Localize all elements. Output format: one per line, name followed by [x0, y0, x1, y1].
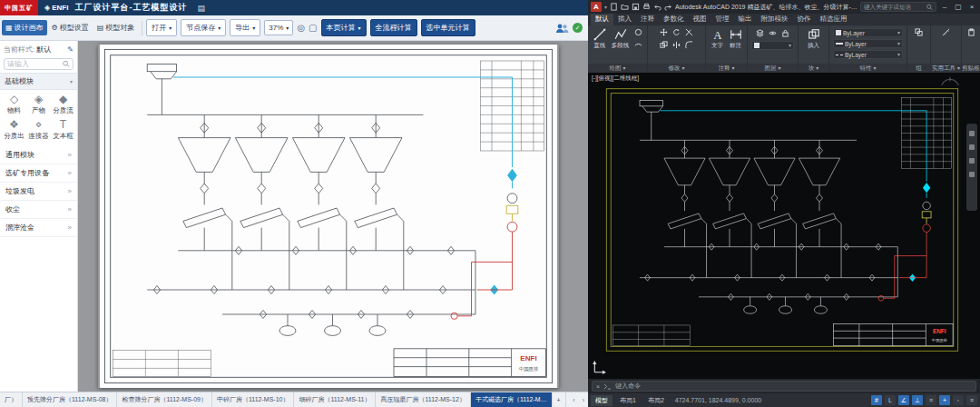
dimension-tool[interactable]: 标注 — [728, 27, 744, 51]
design-canvas[interactable] — [78, 41, 588, 392]
osnap-icon[interactable]: ⊥ — [912, 395, 923, 405]
panel-label-utilities[interactable]: 实用工具▾ — [931, 64, 961, 73]
edit-style-icon[interactable]: ✎ — [67, 45, 74, 54]
steering-wheel-icon[interactable] — [969, 172, 975, 177]
panel-label-block[interactable]: 块▾ — [799, 64, 828, 73]
rotate-tool[interactable] — [671, 27, 681, 37]
new-file-icon[interactable] — [610, 3, 618, 11]
layout-tab[interactable]: 布局2 — [643, 395, 669, 406]
panel-label-properties[interactable]: 特性▾ — [829, 64, 906, 73]
command-input[interactable]: × 键入命令 — [592, 381, 976, 392]
layer-select[interactable]: ▾ — [751, 41, 794, 50]
add-sheet-button[interactable]: + — [553, 392, 566, 407]
autocad-logo[interactable]: A — [591, 2, 602, 12]
help-search-input[interactable] — [864, 4, 925, 10]
status-ok-icon[interactable]: ✓ — [573, 23, 583, 33]
layout-tab[interactable]: 布局1 — [615, 395, 641, 406]
canvas-mode-tab[interactable]: ▦ 设计画布 — [2, 20, 47, 35]
module-group[interactable]: 溜滓沧金 » — [0, 219, 77, 237]
tab-scroll-right-icon[interactable]: › — [579, 392, 588, 407]
panel-label-layers[interactable]: 图层▾ — [748, 64, 798, 73]
module-group[interactable]: 收尘 » — [0, 201, 77, 219]
measure-tool[interactable] — [941, 27, 952, 37]
node-save-button[interactable]: 节点保存▾ — [181, 19, 226, 36]
sheet-tab[interactable]: 检查筛分厂房（1112-MS-09） — [117, 392, 211, 407]
collaborators-icon[interactable] — [554, 23, 569, 34]
line-tool[interactable]: 直线 — [592, 27, 608, 51]
ribbon-tab[interactable]: 插入 — [613, 14, 636, 25]
insert-block-tool[interactable]: 插入 — [806, 27, 822, 51]
ribbon-tab[interactable]: 输出 — [734, 14, 757, 25]
open-button[interactable]: 打开▾ — [146, 19, 177, 36]
module-group[interactable]: 垃圾发电 » — [0, 183, 77, 201]
zoom-control[interactable]: 37%▾ — [264, 20, 293, 35]
ribbon-tab[interactable]: 管理 — [711, 14, 734, 25]
sheet-tab-partial[interactable]: 厂） — [0, 392, 23, 407]
module-group[interactable]: 选矿专用设备 » — [0, 164, 77, 183]
linetype-select[interactable]: ByLayer▾ — [833, 50, 903, 59]
layer-lock-icon[interactable] — [780, 28, 791, 38]
group-tool[interactable] — [914, 27, 925, 37]
tab-scroll-left-icon[interactable]: ‹ — [569, 392, 578, 407]
fit-screen-icon[interactable]: ▢ — [309, 24, 317, 33]
redo-icon[interactable] — [664, 3, 672, 11]
section-basic-modules[interactable]: 基础模块 ▾ — [0, 73, 77, 90]
restore-button[interactable]: ▢ — [953, 3, 964, 11]
circle-tool[interactable] — [632, 27, 643, 37]
palette-search[interactable] — [4, 58, 74, 70]
object-color-select[interactable]: ByLayer▾ — [833, 28, 903, 37]
ortho-icon[interactable]: L — [885, 395, 896, 405]
palette-item[interactable]: ❖ 分质出 — [2, 119, 26, 141]
module-group[interactable]: 通用模块 » — [0, 146, 77, 164]
open-file-icon[interactable] — [621, 3, 629, 11]
isolate-objects-icon[interactable]: ◦ — [953, 395, 964, 405]
palette-search-input[interactable] — [7, 60, 63, 68]
fillet-tool[interactable] — [683, 40, 694, 50]
ribbon-tab[interactable]: 附加模块 — [757, 14, 793, 25]
sheet-tab[interactable]: 高压辊磨厂房（1112-MS-12） — [376, 392, 470, 407]
copy-tool[interactable] — [658, 40, 669, 50]
panel-label-draw[interactable]: 绘图▾ — [588, 64, 647, 73]
undo-icon[interactable] — [653, 3, 662, 11]
mirror-tool[interactable] — [671, 40, 681, 50]
calc-unit-button[interactable]: 选中单元计算 — [421, 19, 475, 36]
palette-item[interactable]: ◇ 物料 — [2, 94, 26, 115]
palette-item[interactable]: T 文本框 — [51, 119, 75, 141]
ribbon-tab[interactable]: 默认 — [591, 14, 613, 25]
help-search[interactable] — [860, 2, 936, 12]
qat-dropdown-icon[interactable]: ▾ — [604, 5, 607, 10]
layer-properties-icon[interactable] — [755, 28, 766, 38]
zoom-reset-icon[interactable]: ◎ — [297, 24, 305, 33]
arc-tool[interactable] — [632, 38, 643, 48]
autocad-canvas[interactable]: [-][俯视][二维线框] — [588, 73, 980, 379]
palette-item[interactable]: ⋄ 连接器 — [26, 119, 51, 141]
ribbon-tab[interactable]: 协作 — [793, 14, 816, 25]
minimize-button[interactable]: – — [939, 3, 950, 11]
pan-icon[interactable] — [969, 131, 975, 136]
lineweight-select[interactable]: ByLayer▾ — [833, 39, 903, 48]
polar-tracking-icon[interactable]: ∠ — [898, 395, 909, 405]
layout-tab[interactable]: 模型 — [591, 395, 612, 406]
canvas-mode-tab[interactable]: ⚙ 模型设置 — [48, 20, 93, 35]
ribbon-tab[interactable]: 注释 — [636, 14, 659, 25]
palette-item[interactable]: ◈ 产物 — [26, 94, 51, 115]
calc-page-button[interactable]: 本页计算▾ — [321, 19, 367, 36]
move-tool[interactable] — [658, 27, 669, 37]
layer-visibility-icon[interactable] — [768, 28, 779, 38]
grid-icon[interactable]: # — [871, 395, 882, 405]
navigation-bar[interactable] — [966, 124, 977, 211]
orbit-icon[interactable] — [969, 158, 975, 164]
sheet-tab[interactable]: 中碎厂房（1112-MS-10） — [212, 392, 294, 407]
menu-grid-icon[interactable]: ▤ — [197, 4, 205, 13]
sheet-tab[interactable]: 细碎厂房（1112-MS-11） — [294, 392, 376, 407]
panel-label-modify[interactable]: 修改▾ — [648, 64, 705, 73]
canvas-mode-tab[interactable]: ▤ 模型对象 — [93, 20, 139, 35]
panel-label-clipboard[interactable]: 剪贴板 — [962, 64, 980, 73]
close-button[interactable]: × — [966, 3, 977, 11]
panel-label-groups[interactable]: 组 — [907, 64, 930, 73]
sheet-tab[interactable]: 预先筛分厂房（1112-MS-08） — [23, 392, 117, 407]
text-tool[interactable]: A 文字 — [710, 27, 726, 51]
paste-tool[interactable] — [965, 27, 976, 37]
lineweight-display-icon[interactable]: ≡ — [926, 395, 936, 405]
calc-flow-button[interactable]: 全流程计算 — [370, 19, 417, 36]
